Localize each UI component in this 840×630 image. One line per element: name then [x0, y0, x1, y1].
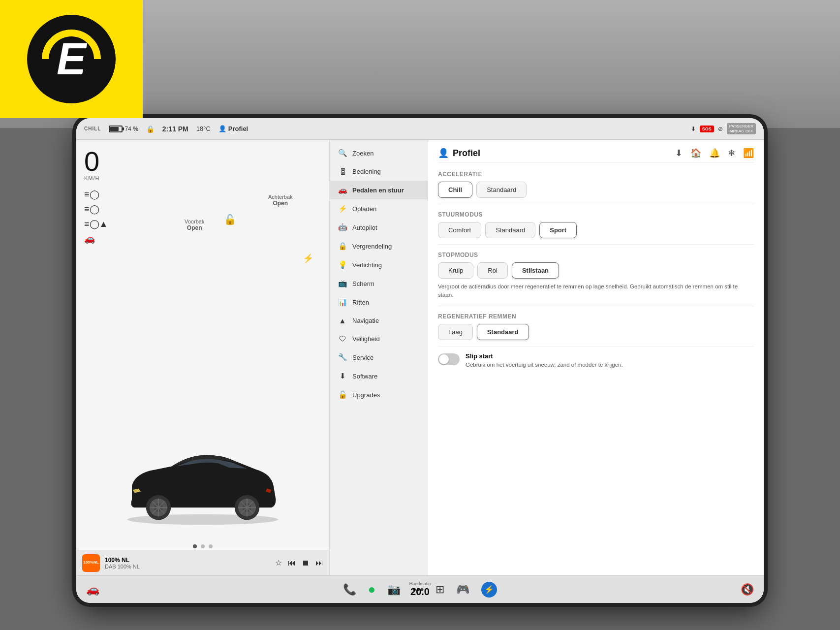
status-right-icons: ⬇ SOS ⊘ PASSENGERAIRBAG OFF	[691, 123, 756, 134]
voorbak-label: Voorbak Open	[185, 219, 204, 231]
profile-section[interactable]: 👤 Profiel	[218, 125, 248, 132]
divider-4	[438, 346, 754, 346]
apps-icon[interactable]: 🎮	[456, 583, 469, 596]
speed-value: 0	[84, 148, 99, 175]
hazard-icon: ≡◯▲	[84, 219, 108, 229]
phone-icon[interactable]: 📞	[343, 583, 356, 596]
nav-scherm[interactable]: 📺 Scherm	[330, 274, 428, 293]
camera-icon[interactable]: 📷	[387, 583, 401, 596]
nav-service[interactable]: 🔧 Service	[330, 348, 428, 367]
bluetooth-header-icon[interactable]: ❄	[728, 148, 735, 158]
speed-manual-label: Handmatig	[409, 581, 431, 586]
rear-lights-icon: ≡◯	[84, 204, 108, 215]
temperature: 18°C	[196, 125, 211, 132]
lock-nav-icon: 🔒	[338, 242, 347, 251]
comfort-button[interactable]: Comfort	[438, 222, 481, 238]
achterbak-status: Open	[268, 200, 293, 207]
spotify-icon[interactable]: ●	[368, 582, 376, 597]
acceleratie-label: Acceleratie	[438, 171, 754, 178]
settings-title-text: Profiel	[453, 148, 480, 158]
bell-header-icon[interactable]: 🔔	[709, 148, 720, 158]
nav-verlichting[interactable]: 💡 Verlichting	[330, 255, 428, 274]
nav-opladen-label: Opladen	[352, 205, 376, 213]
nav-pedalen-label: Pedalen en stuur	[352, 187, 404, 194]
nav-upgrades-label: Upgrades	[352, 391, 380, 399]
grid-icon[interactable]: ⊞	[436, 583, 444, 596]
divider-2	[438, 244, 754, 245]
battery-icon	[109, 126, 123, 132]
kruip-button[interactable]: Kruip	[438, 262, 473, 279]
battery-percentage: 74 %	[124, 126, 138, 132]
download-header-icon[interactable]: ⬇	[675, 148, 683, 158]
volume-mute-icon[interactable]: 🔇	[741, 583, 754, 596]
rol-button[interactable]: Rol	[477, 262, 508, 279]
nav-veiligheid[interactable]: 🛡 Veiligheid	[330, 330, 428, 348]
home-header-icon[interactable]: 🏠	[690, 148, 701, 158]
trips-icon: 📊	[338, 298, 347, 307]
software-icon: ⬇	[338, 372, 347, 380]
car-taskbar-icon[interactable]: 🚗	[86, 583, 99, 596]
nav-software[interactable]: ⬇ Software	[330, 367, 428, 385]
chill-button[interactable]: Chill	[438, 182, 472, 198]
divider-3	[438, 306, 754, 306]
taskbar-left: 🚗	[86, 583, 99, 596]
nav-zoeken[interactable]: 🔍 Zoeken	[330, 144, 428, 162]
settings-title: 👤 Profiel	[438, 148, 480, 158]
laag-button[interactable]: Laag	[438, 324, 473, 340]
stuurmodus-label: Stuurmodus	[438, 211, 754, 218]
nav-verlichting-label: Verlichting	[352, 261, 382, 269]
settings-header-icons: ⬇ 🏠 🔔 ❄ 📶	[675, 148, 754, 158]
nav-navigatie[interactable]: ▲ Navigatie	[330, 312, 428, 330]
next-button[interactable]: ⏭	[315, 559, 323, 567]
drive-mode-label: CHILL	[84, 126, 101, 131]
sos-badge[interactable]: SOS	[700, 126, 714, 132]
standaard-accel-button[interactable]: Standaard	[476, 182, 527, 198]
taskbar: 🚗 📞 ● 📷 ••• ⊞ 🎮 ⚡ Handmatig 20.0 🔇	[76, 575, 764, 603]
download-icon: ⬇	[691, 126, 696, 132]
lights-icon: 💡	[338, 260, 347, 269]
nav-ritten[interactable]: 📊 Ritten	[330, 293, 428, 312]
nav-veiligheid-label: Veiligheid	[352, 335, 380, 343]
charge-port-icon: ⚡	[303, 253, 313, 264]
bluetooth-taskbar-icon[interactable]: ⚡	[481, 582, 497, 598]
main-content: 0 KM/H ≡◯ ≡◯ ≡◯▲ 🚗 Voorbak Open Achterba…	[76, 140, 764, 575]
signal-header-icon[interactable]: 📶	[743, 148, 754, 158]
nav-autopilot[interactable]: 🤖 Autopilot	[330, 218, 428, 237]
slip-start-toggle[interactable]	[438, 353, 460, 365]
standaard-stuur-button[interactable]: Standaard	[485, 222, 535, 238]
nav-bediening[interactable]: 🎛 Bediening	[330, 162, 428, 181]
favorite-button[interactable]: ☆	[275, 558, 282, 567]
car-status-icons: ≡◯ ≡◯ ≡◯▲ 🚗	[84, 189, 108, 244]
logo-overlay: E	[0, 0, 143, 118]
nav-vergrendeling[interactable]: 🔒 Vergrendeling	[330, 237, 428, 255]
nav-bediening-label: Bediening	[352, 168, 381, 175]
stop-button[interactable]: ⏹	[302, 559, 310, 567]
music-title: 100% NL	[105, 557, 270, 564]
nav-opladen[interactable]: ⚡ Opladen	[330, 199, 428, 218]
search-icon: 🔍	[338, 149, 347, 158]
screen-icon: 📺	[338, 279, 347, 288]
profile-icon: 👤	[218, 125, 226, 132]
nav-upgrades[interactable]: 🔓 Upgrades	[330, 385, 428, 404]
nav-pedalen[interactable]: 🚗 Pedalen en stuur	[330, 181, 428, 199]
standaard-regen-button[interactable]: Standaard	[477, 324, 529, 340]
autopilot-icon: 🤖	[338, 223, 347, 232]
status-bar: CHILL 74 % 🔒 2:11 PM 18°C 👤 Profiel ⬇ SO…	[76, 118, 764, 140]
stuurmodus-buttons: Comfort Standaard Sport	[438, 222, 754, 238]
airbag-badge: PASSENGERAIRBAG OFF	[727, 123, 756, 134]
taskbar-right: 🔇	[741, 583, 754, 596]
toggle-knob	[439, 354, 449, 364]
stilstaan-button[interactable]: Stilstaan	[512, 262, 559, 279]
sport-button[interactable]: Sport	[539, 222, 577, 238]
bluetooth-symbol: ⚡	[484, 585, 494, 594]
upgrades-icon: 🔓	[338, 390, 347, 399]
logo-arc	[30, 17, 113, 101]
nav-software-label: Software	[352, 373, 377, 380]
nav-service-label: Service	[352, 354, 373, 361]
prev-button[interactable]: ⏮	[288, 559, 296, 567]
nav-panel: 🔍 Zoeken 🎛 Bediening 🚗 Pedalen en stuur …	[330, 140, 428, 575]
divider-1	[438, 204, 754, 204]
acceleratie-buttons: Chill Standaard	[438, 182, 754, 198]
dot-3	[209, 544, 213, 548]
dot-2	[201, 544, 205, 548]
